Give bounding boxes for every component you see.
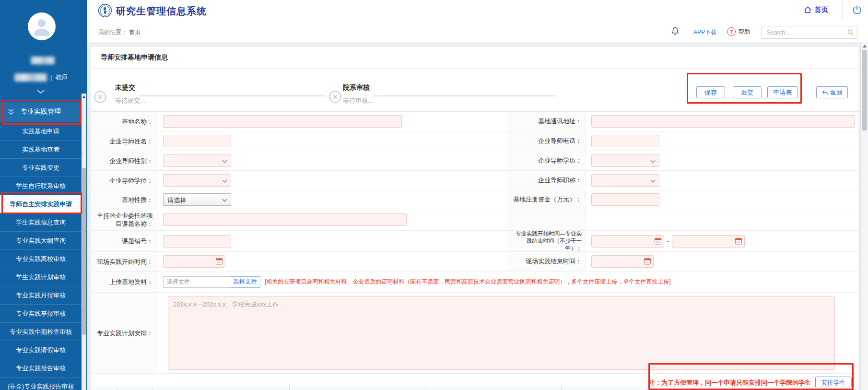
sidebar-item-practice-quarterly-report-review[interactable]: 专业实践季报审核	[0, 304, 82, 322]
practice-end-date-input[interactable]	[672, 235, 745, 248]
sidebar-item-label: 导师自主安排实践申请	[10, 200, 72, 209]
practice-start-date-input[interactable]	[591, 235, 664, 248]
form-row: 上传基地资料： 选择文件 选择文件 [相关的在研项目合同和相关材料、企业资质的证…	[91, 272, 858, 293]
system-title: 研究生管理信息系统	[116, 5, 207, 18]
chevron-down-icon	[222, 199, 227, 202]
breadcrumb-bar: 我的位置：首页 APP下载 ? 帮助	[87, 21, 868, 42]
field-label: 企业导师职称：	[538, 177, 582, 184]
question-glyph: ?	[730, 29, 733, 35]
sidebar-item-label: 专业实践月报审核	[16, 291, 66, 300]
user-role-label: 教师	[55, 73, 67, 82]
form-row: 基地性质： 请选择 基地注册资金（万元）：	[91, 190, 858, 209]
mentor-gender-select[interactable]	[163, 154, 231, 167]
onsite-start-date-input[interactable]	[163, 255, 225, 268]
submit-button[interactable]: 提交	[733, 86, 762, 98]
sidebar-item-student-practice-info-query[interactable]: 学生实践信息查询	[0, 213, 82, 231]
project-no-input[interactable]	[163, 235, 231, 248]
mentor-degree-select[interactable]	[163, 174, 231, 187]
sidebar-item-label: 实践基地查看	[22, 145, 59, 154]
sidebar-item-practice-midterm-check-review[interactable]: 专业实践中期检查审核	[0, 322, 82, 341]
sidebar-item-practice-leave-school-review[interactable]: 专业实践离校审核	[0, 249, 82, 268]
practice-plan-textarea[interactable]	[168, 296, 835, 370]
mentor-title-select[interactable]	[591, 174, 659, 187]
double-chevron-down-icon	[8, 108, 14, 115]
sidebar: | 教师 专业实践管理 实践基地申请 实践基地查看 专业实践变更 学生自行联系审…	[0, 0, 87, 390]
sidebar-item-label: 学生实践信息查询	[16, 218, 66, 227]
base-capital-input[interactable]	[591, 193, 659, 206]
field-label: 基地性质：	[122, 196, 153, 204]
sidebar-item-practice-outline-query[interactable]: 专业实践大纲查询	[0, 231, 82, 249]
field-label: 企业导师性别：	[109, 157, 153, 165]
main-scrollbar-thumb[interactable]	[862, 50, 867, 130]
back-button[interactable]: 返回	[816, 86, 848, 98]
notifications-button[interactable]	[670, 26, 680, 38]
sidebar-item-student-self-contact-review[interactable]: 学生自行联系审核	[0, 177, 82, 195]
sidebar-item-label: 实践基地申请	[22, 127, 59, 136]
onsite-end-date-input[interactable]	[591, 255, 654, 268]
breadcrumb-current[interactable]: 首页	[129, 29, 141, 35]
sidebar-item-label: 学生实践计划审核	[16, 273, 66, 282]
sidebar-item-parttime-practice-report-review[interactable]: (非全)专业实践报告审核	[0, 377, 82, 390]
mentor-name-input[interactable]	[163, 135, 231, 147]
field-label: 基地通讯地址：	[538, 118, 582, 125]
base-name-input[interactable]	[163, 115, 402, 128]
calendar-icon[interactable]	[735, 238, 742, 244]
search-box	[762, 26, 857, 39]
main-scrollbar[interactable]	[860, 42, 868, 390]
mentor-phone-input[interactable]	[591, 135, 659, 147]
redacted-user-name	[31, 57, 55, 64]
sidebar-scrollbar[interactable]	[82, 94, 86, 390]
sidebar-item-label: 专业实践报告审核	[16, 364, 66, 373]
scroll-up-arrow-icon[interactable]	[863, 45, 867, 47]
sidebar-item-practice-change[interactable]: 专业实践变更	[0, 158, 82, 177]
sidebar-scrollbar-thumb[interactable]	[82, 168, 86, 335]
search-input[interactable]	[766, 27, 845, 37]
sidebar-group-practice-management[interactable]: 专业实践管理	[0, 102, 82, 122]
sidebar-item-label: (非全)专业实践报告审核	[8, 382, 74, 390]
sidebar-item-practice-base-apply[interactable]: 实践基地申请	[0, 122, 82, 140]
sidebar-item-practice-leave-request-review[interactable]: 专业实践请假审核	[0, 341, 82, 359]
project-title-input[interactable]	[163, 213, 407, 226]
calendar-icon[interactable]	[644, 259, 651, 265]
search-icon[interactable]	[847, 29, 854, 36]
calendar-icon[interactable]	[216, 259, 223, 265]
field-label: 现场实践结束时间：	[526, 258, 582, 265]
save-button[interactable]: 保存	[696, 86, 725, 98]
sidebar-item-practice-monthly-report-review[interactable]: 专业实践月报审核	[0, 286, 82, 304]
sidebar-item-label: 专业实践中期检查审核	[10, 328, 72, 336]
app-window: | 教师 专业实践管理 实践基地申请 实践基地查看 专业实践变更 学生自行联系审…	[0, 0, 868, 390]
profile-expand-button[interactable]	[36, 88, 46, 97]
step2-connector-line	[373, 95, 556, 96]
field-label: 上传基地资料：	[109, 278, 153, 286]
sidebar-item-label: 专业实践离校审核	[16, 255, 66, 263]
scroll-up-arrow-icon[interactable]	[82, 95, 85, 98]
sidebar-item-mentor-arranged-practice-apply[interactable]: 导师自主安排实践申请	[0, 195, 82, 213]
sidebar-item-practice-base-view[interactable]: 实践基地查看	[0, 140, 82, 158]
form-row: 企业导师性别： 企业导师学历：	[91, 151, 858, 171]
home-link-label: 首页	[814, 5, 828, 14]
choose-file-button[interactable]: 选择文件	[230, 276, 260, 288]
logout-power-button[interactable]	[852, 5, 862, 17]
person-icon	[31, 15, 53, 37]
title-divider	[91, 68, 858, 69]
sidebar-item-student-practice-plan-review[interactable]: 学生实践计划审核	[0, 268, 82, 286]
calendar-icon[interactable]	[655, 238, 661, 244]
step2-label: 院系审核	[343, 83, 370, 92]
base-address-input[interactable]	[591, 115, 855, 128]
home-link[interactable]: 首页	[804, 5, 828, 14]
app-download-link[interactable]: APP下载	[693, 28, 716, 36]
base-type-select[interactable]: 请选择	[163, 193, 231, 206]
sidebar-menu: 专业实践管理 实践基地申请 实践基地查看 专业实践变更 学生自行联系审核 导师自…	[0, 102, 82, 390]
chevron-down-icon	[222, 160, 227, 163]
base-file-input[interactable]: 选择文件	[163, 276, 230, 288]
form-row: 企业导师学位： 企业导师职称：	[91, 171, 858, 190]
university-logo-icon	[98, 3, 112, 20]
help-link[interactable]: ? 帮助	[727, 27, 750, 36]
sidebar-item-practice-report-review[interactable]: 专业实践报告审核	[0, 359, 82, 377]
step2-pending-icon	[329, 91, 341, 105]
mentor-education-select[interactable]	[591, 154, 659, 167]
application-form-button[interactable]: 申请表	[767, 86, 798, 98]
upload-requirements-note: [相关的在研项目合同和相关材料、企业资质的证明材料（国有不需要，民营和高新技术企…	[265, 278, 671, 286]
sidebar-item-label: 专业实践季报审核	[16, 309, 66, 318]
chevron-down-icon	[650, 160, 656, 163]
